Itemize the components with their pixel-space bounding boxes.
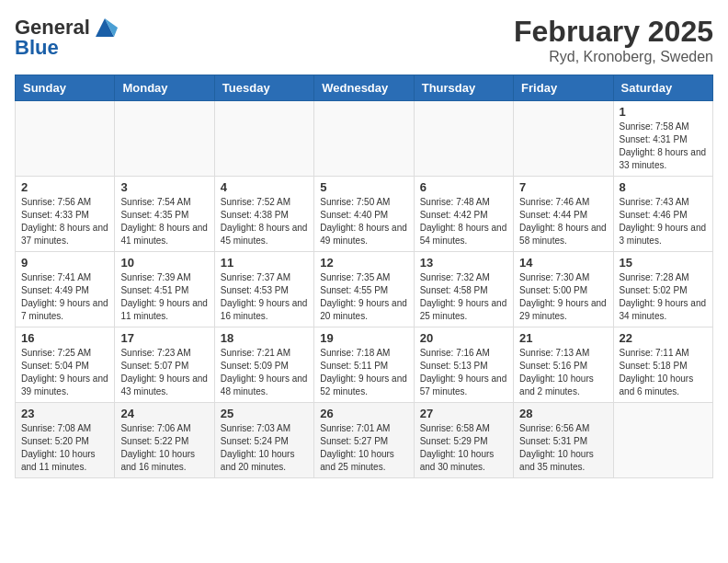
calendar-day-cell: 27Sunrise: 6:58 AMSunset: 5:29 PMDayligh… <box>414 403 513 478</box>
calendar-day-cell: 23Sunrise: 7:08 AMSunset: 5:20 PMDayligh… <box>16 403 115 478</box>
calendar-day-cell: 17Sunrise: 7:23 AMSunset: 5:07 PMDayligh… <box>115 327 214 403</box>
calendar-day-cell: 24Sunrise: 7:06 AMSunset: 5:22 PMDayligh… <box>115 403 214 478</box>
logo-icon <box>92 15 118 40</box>
weekday-header-tuesday: Tuesday <box>214 75 313 101</box>
calendar-day-cell <box>214 101 313 177</box>
day-info-text: Sunrise: 7:06 AMSunset: 5:22 PMDaylight:… <box>120 422 208 474</box>
weekday-header-wednesday: Wednesday <box>314 75 414 101</box>
day-number: 9 <box>21 256 108 270</box>
location-subtitle: Ryd, Kronoberg, Sweden <box>514 49 713 65</box>
day-number: 13 <box>420 256 507 270</box>
calendar-day-cell: 26Sunrise: 7:01 AMSunset: 5:27 PMDayligh… <box>314 403 414 478</box>
calendar-header-row: SundayMondayTuesdayWednesdayThursdayFrid… <box>16 75 713 101</box>
title-section: February 2025 Ryd, Kronoberg, Sweden <box>514 15 713 65</box>
calendar-table: SundayMondayTuesdayWednesdayThursdayFrid… <box>15 75 713 478</box>
calendar-day-cell <box>16 101 115 177</box>
day-info-text: Sunrise: 7:50 AMSunset: 4:40 PMDaylight:… <box>320 196 407 247</box>
day-info-text: Sunrise: 7:56 AMSunset: 4:33 PMDaylight:… <box>21 196 108 247</box>
day-info-text: Sunrise: 7:43 AMSunset: 4:46 PMDaylight:… <box>620 196 707 247</box>
calendar-day-cell: 21Sunrise: 7:13 AMSunset: 5:16 PMDayligh… <box>514 327 613 403</box>
day-number: 1 <box>620 105 707 119</box>
weekday-header-thursday: Thursday <box>414 75 513 101</box>
page-header: General Blue February 2025 Ryd, Kronober… <box>15 15 713 65</box>
day-number: 8 <box>620 180 707 194</box>
day-number: 18 <box>221 331 308 345</box>
day-info-text: Sunrise: 7:41 AMSunset: 4:49 PMDaylight:… <box>21 271 108 323</box>
calendar-day-cell <box>314 101 414 177</box>
weekday-header-sunday: Sunday <box>16 75 115 101</box>
day-info-text: Sunrise: 7:32 AMSunset: 4:58 PMDaylight:… <box>420 271 507 323</box>
day-info-text: Sunrise: 7:18 AMSunset: 5:11 PMDaylight:… <box>320 347 407 398</box>
calendar-day-cell: 25Sunrise: 7:03 AMSunset: 5:24 PMDayligh… <box>214 403 313 478</box>
day-info-text: Sunrise: 7:52 AMSunset: 4:38 PMDaylight:… <box>221 196 308 247</box>
calendar-week-row: 1Sunrise: 7:58 AMSunset: 4:31 PMDaylight… <box>16 101 713 177</box>
day-number: 6 <box>420 180 507 194</box>
day-number: 24 <box>120 407 208 420</box>
calendar-day-cell: 2Sunrise: 7:56 AMSunset: 4:33 PMDaylight… <box>16 177 115 252</box>
calendar-week-row: 2Sunrise: 7:56 AMSunset: 4:33 PMDaylight… <box>16 177 713 252</box>
day-info-text: Sunrise: 7:08 AMSunset: 5:20 PMDaylight:… <box>21 422 108 474</box>
day-info-text: Sunrise: 7:01 AMSunset: 5:27 PMDaylight:… <box>320 422 407 474</box>
weekday-header-friday: Friday <box>514 75 613 101</box>
day-number: 19 <box>320 331 407 345</box>
day-info-text: Sunrise: 7:35 AMSunset: 4:55 PMDaylight:… <box>320 271 407 323</box>
calendar-week-row: 23Sunrise: 7:08 AMSunset: 5:20 PMDayligh… <box>16 403 713 478</box>
weekday-header-saturday: Saturday <box>613 75 712 101</box>
calendar-day-cell: 5Sunrise: 7:50 AMSunset: 4:40 PMDaylight… <box>314 177 414 252</box>
day-info-text: Sunrise: 6:58 AMSunset: 5:29 PMDaylight:… <box>420 422 507 474</box>
calendar-day-cell <box>414 101 513 177</box>
calendar-day-cell <box>115 101 214 177</box>
day-number: 16 <box>21 331 108 345</box>
calendar-day-cell: 22Sunrise: 7:11 AMSunset: 5:18 PMDayligh… <box>613 327 712 403</box>
day-number: 11 <box>221 256 308 270</box>
day-info-text: Sunrise: 7:25 AMSunset: 5:04 PMDaylight:… <box>21 347 108 398</box>
day-info-text: Sunrise: 7:13 AMSunset: 5:16 PMDaylight:… <box>519 347 607 398</box>
calendar-day-cell: 7Sunrise: 7:46 AMSunset: 4:44 PMDaylight… <box>514 177 613 252</box>
day-number: 2 <box>21 180 108 194</box>
day-number: 10 <box>120 256 208 270</box>
day-info-text: Sunrise: 7:37 AMSunset: 4:53 PMDaylight:… <box>221 271 308 323</box>
day-number: 3 <box>120 180 208 194</box>
day-number: 14 <box>519 256 607 270</box>
calendar-day-cell: 15Sunrise: 7:28 AMSunset: 5:02 PMDayligh… <box>613 252 712 327</box>
calendar-day-cell: 19Sunrise: 7:18 AMSunset: 5:11 PMDayligh… <box>314 327 414 403</box>
calendar-day-cell: 14Sunrise: 7:30 AMSunset: 5:00 PMDayligh… <box>514 252 613 327</box>
day-info-text: Sunrise: 7:28 AMSunset: 5:02 PMDaylight:… <box>620 271 707 323</box>
calendar-day-cell: 12Sunrise: 7:35 AMSunset: 4:55 PMDayligh… <box>314 252 414 327</box>
calendar-day-cell: 28Sunrise: 6:56 AMSunset: 5:31 PMDayligh… <box>514 403 613 478</box>
day-info-text: Sunrise: 7:11 AMSunset: 5:18 PMDaylight:… <box>620 347 707 398</box>
day-info-text: Sunrise: 7:03 AMSunset: 5:24 PMDaylight:… <box>221 422 308 474</box>
day-number: 15 <box>620 256 707 270</box>
day-info-text: Sunrise: 7:39 AMSunset: 4:51 PMDaylight:… <box>120 271 208 323</box>
day-number: 7 <box>519 180 607 194</box>
day-number: 28 <box>519 407 607 420</box>
day-number: 4 <box>221 180 308 194</box>
day-number: 21 <box>519 331 607 345</box>
day-info-text: Sunrise: 7:58 AMSunset: 4:31 PMDaylight:… <box>620 121 707 172</box>
calendar-day-cell: 11Sunrise: 7:37 AMSunset: 4:53 PMDayligh… <box>214 252 313 327</box>
day-number: 17 <box>120 331 208 345</box>
calendar-week-row: 16Sunrise: 7:25 AMSunset: 5:04 PMDayligh… <box>16 327 713 403</box>
calendar-day-cell: 10Sunrise: 7:39 AMSunset: 4:51 PMDayligh… <box>115 252 214 327</box>
logo: General Blue <box>15 15 118 59</box>
calendar-day-cell: 3Sunrise: 7:54 AMSunset: 4:35 PMDaylight… <box>115 177 214 252</box>
calendar-day-cell: 18Sunrise: 7:21 AMSunset: 5:09 PMDayligh… <box>214 327 313 403</box>
calendar-day-cell: 1Sunrise: 7:58 AMSunset: 4:31 PMDaylight… <box>613 101 712 177</box>
calendar-day-cell: 9Sunrise: 7:41 AMSunset: 4:49 PMDaylight… <box>16 252 115 327</box>
day-number: 22 <box>620 331 707 345</box>
day-info-text: Sunrise: 7:30 AMSunset: 5:00 PMDaylight:… <box>519 271 607 323</box>
day-info-text: Sunrise: 7:21 AMSunset: 5:09 PMDaylight:… <box>221 347 308 398</box>
day-number: 5 <box>320 180 407 194</box>
day-number: 27 <box>420 407 507 420</box>
calendar-day-cell: 8Sunrise: 7:43 AMSunset: 4:46 PMDaylight… <box>613 177 712 252</box>
day-number: 23 <box>21 407 108 420</box>
day-number: 12 <box>320 256 407 270</box>
day-info-text: Sunrise: 7:46 AMSunset: 4:44 PMDaylight:… <box>519 196 607 247</box>
day-info-text: Sunrise: 7:54 AMSunset: 4:35 PMDaylight:… <box>120 196 208 247</box>
weekday-header-monday: Monday <box>115 75 214 101</box>
calendar-day-cell: 20Sunrise: 7:16 AMSunset: 5:13 PMDayligh… <box>414 327 513 403</box>
day-info-text: Sunrise: 7:16 AMSunset: 5:13 PMDaylight:… <box>420 347 507 398</box>
day-info-text: Sunrise: 7:48 AMSunset: 4:42 PMDaylight:… <box>420 196 507 247</box>
day-number: 25 <box>221 407 308 420</box>
calendar-day-cell: 16Sunrise: 7:25 AMSunset: 5:04 PMDayligh… <box>16 327 115 403</box>
